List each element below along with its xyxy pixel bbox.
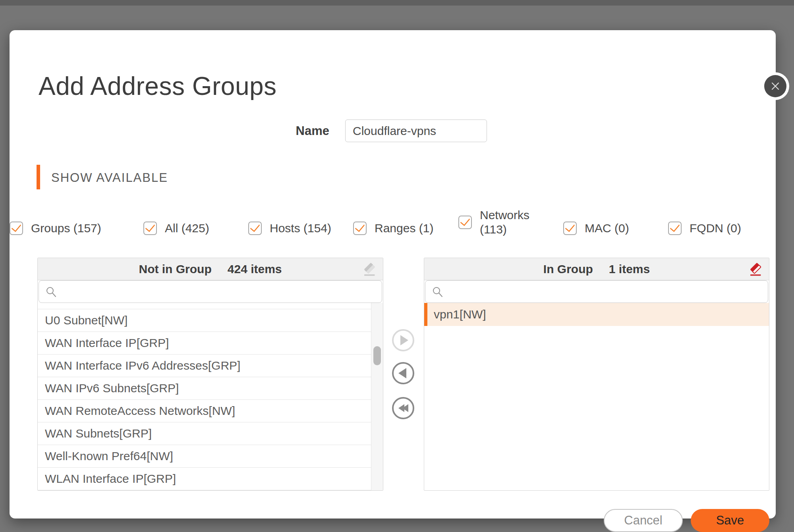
list-item[interactable]: Well-Known Pref64[NW] — [38, 445, 371, 468]
checkbox-checked-icon — [668, 222, 682, 235]
in-group-search-input[interactable] — [444, 281, 768, 303]
not-in-group-header: Not in Group 424 items — [38, 258, 383, 280]
eraser-icon-disabled — [362, 261, 379, 278]
list-item[interactable]: WAN RemoteAccess Networks[NW] — [38, 400, 371, 422]
section-accent-bar — [37, 165, 40, 189]
not-in-group-search — [39, 280, 382, 303]
search-icon — [432, 286, 444, 298]
checkbox-checked-icon — [353, 222, 367, 235]
arrow-right-icon — [400, 335, 408, 345]
arrow-left-icon — [398, 368, 406, 378]
filter-checkbox-mac[interactable]: MAC (0) — [563, 221, 629, 235]
not-in-group-list: U0 Subnet[NW] WAN Interface IP[GRP] WAN … — [38, 303, 383, 490]
scrollbar-track[interactable] — [371, 303, 383, 490]
cancel-button[interactable]: Cancel — [604, 509, 683, 532]
in-group-title: In Group — [543, 262, 593, 276]
checkbox-checked-icon — [10, 222, 23, 235]
checkbox-checked-icon — [248, 222, 262, 235]
move-right-button[interactable] — [392, 329, 414, 351]
in-group-list: vpn1[NW] — [424, 303, 769, 490]
move-left-button[interactable] — [392, 362, 414, 384]
filter-label: Ranges (1) — [375, 221, 433, 235]
list-item[interactable]: WAN Interface IP[GRP] — [38, 332, 371, 355]
move-all-left-button[interactable] — [392, 397, 414, 419]
close-icon — [764, 75, 786, 97]
name-label: Name — [248, 124, 329, 138]
filter-checkbox-groups[interactable]: Groups (157) — [10, 221, 101, 235]
list-item-selected[interactable]: vpn1[NW] — [424, 303, 769, 326]
in-group-count: 1 items — [609, 262, 650, 276]
in-group-header: In Group 1 items — [424, 258, 769, 280]
search-icon — [45, 286, 57, 298]
group-name-input[interactable] — [345, 120, 487, 142]
not-in-group-count: 424 items — [228, 262, 282, 276]
scrollbar-thumb[interactable] — [373, 346, 381, 365]
filter-checkbox-fqdn[interactable]: FQDN (0) — [668, 221, 741, 235]
list-item[interactable]: WLAN Interface IP[GRP] — [38, 468, 371, 490]
checkbox-checked-icon — [143, 222, 157, 235]
dimmed-background: Add Address Groups Name SHOW AVAILABLE A… — [0, 0, 794, 532]
clear-in-group-button[interactable] — [748, 261, 765, 278]
not-in-group-search-input[interactable] — [57, 281, 382, 303]
filter-checkbox-ranges[interactable]: Ranges (1) — [353, 221, 433, 235]
save-button[interactable]: Save — [691, 509, 769, 532]
filter-label: All (425) — [165, 221, 209, 235]
partially-scrolled-row — [38, 303, 371, 309]
list-item[interactable]: U0 Subnet[NW] — [38, 309, 371, 332]
filter-label: Groups (157) — [31, 221, 101, 235]
in-group-panel: In Group 1 items — [424, 258, 769, 491]
list-item[interactable]: WAN Subnets[GRP] — [38, 422, 371, 445]
clear-not-in-group-button[interactable] — [361, 261, 379, 278]
not-in-group-title: Not in Group — [139, 262, 211, 276]
dialog-title: Add Address Groups — [39, 71, 277, 101]
in-group-search — [425, 280, 768, 303]
list-item[interactable]: WAN Interface IPv6 Addresses[GRP] — [38, 355, 371, 377]
filter-checkbox-all[interactable]: All (425) — [143, 221, 209, 235]
filter-checkbox-networks[interactable]: Networks (113) — [458, 208, 534, 237]
filter-label: Hosts (154) — [270, 221, 331, 235]
list-item[interactable]: WAN IPv6 Subnets[GRP] — [38, 377, 371, 400]
section-title: SHOW AVAILABLE — [51, 171, 168, 185]
double-arrow-left-icon — [398, 404, 408, 412]
checkbox-checked-icon — [458, 216, 472, 229]
eraser-icon-red — [748, 261, 765, 278]
not-in-group-panel: Not in Group 424 items — [37, 258, 383, 491]
add-address-groups-dialog: Add Address Groups Name SHOW AVAILABLE A… — [10, 30, 776, 519]
filter-checkbox-hosts[interactable]: Hosts (154) — [248, 221, 331, 235]
transfer-button-group — [392, 329, 414, 419]
close-button[interactable] — [761, 72, 789, 100]
filter-label: Networks (113) — [480, 208, 534, 237]
filter-label: FQDN (0) — [690, 221, 741, 235]
filter-label: MAC (0) — [585, 221, 629, 235]
checkbox-checked-icon — [563, 222, 577, 235]
